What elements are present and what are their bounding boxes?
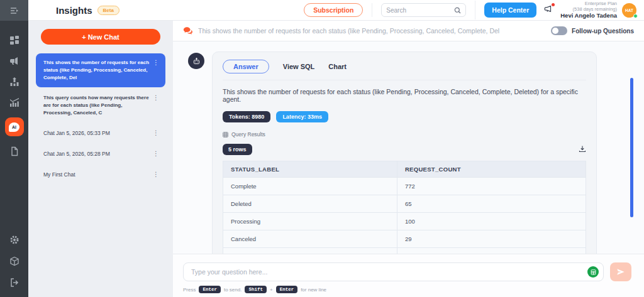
chat-header: This shows the number of requests for ea…	[173, 21, 644, 41]
chat-item-label: Chat Jan 5, 2026, 05:28 PM	[43, 150, 152, 158]
enter-key-badge: Enter	[199, 286, 221, 293]
help-zone: Help Center Enterprise Plan (538 days re…	[475, 1, 636, 20]
table-cell: Complete	[223, 178, 397, 195]
shift-key-badge: Shift	[245, 286, 267, 293]
bar-chart-icon[interactable]	[9, 97, 20, 108]
beta-badge: Beta	[97, 6, 119, 15]
plan-remaining: (538 days remaining)	[560, 6, 617, 12]
avatar[interactable]: HAT	[622, 3, 636, 18]
rows-line: 5 rows	[223, 144, 586, 155]
send-button[interactable]	[610, 262, 631, 281]
results-table-head-row: STATUS_LABELREQUEST_COUNT	[223, 161, 586, 178]
collapse-sidebar-button[interactable]	[0, 0, 28, 21]
megaphone-icon[interactable]	[544, 4, 553, 16]
message-tabs: AnswerView SQLChart	[223, 60, 586, 80]
chat-column: This shows the number of requests for ea…	[173, 21, 644, 297]
scrollbar-thumb[interactable]	[630, 78, 633, 217]
search-box[interactable]	[381, 3, 466, 17]
table-cell: 1072	[397, 248, 586, 254]
table-cell: 100	[397, 213, 586, 230]
chat-item-menu-icon[interactable]: ⋮	[152, 171, 160, 178]
bot-avatar-robot-icon	[188, 53, 204, 69]
documents-icon[interactable]	[9, 146, 20, 157]
search-input[interactable]	[386, 7, 454, 14]
table-row: Canceled29	[223, 230, 586, 248]
row-count-badge: 5 rows	[223, 144, 252, 155]
latency-badge: Latency: 33ms	[276, 111, 328, 122]
chat-bubbles-icon	[183, 26, 193, 35]
avatar-initials: HAT	[625, 8, 633, 13]
table-row: Deleted65	[223, 195, 586, 213]
query-results-label-row: Query Results	[223, 131, 586, 138]
app-window: AI Insights Beta Subscription	[0, 0, 644, 297]
tokens-badge: Tokens: 8980	[223, 111, 270, 122]
ai-chat-icon[interactable]: AI	[5, 117, 24, 136]
chat-list-item[interactable]: Chat Jan 5, 2026, 05:33 PM⋮	[36, 124, 165, 143]
hint-to-send: to send.	[224, 287, 242, 293]
chat-list-item[interactable]: This query counts how many requests ther…	[36, 89, 165, 122]
settings-gear-icon[interactable]	[9, 234, 20, 246]
new-chat-button[interactable]: + New Chat	[41, 29, 160, 45]
table-cell: Pending	[223, 248, 397, 254]
chat-list-panel: + New Chat This shows the number of requ…	[28, 21, 173, 297]
account-info: Enterprise Plan (538 days remaining) Hev…	[560, 1, 617, 20]
chat-list-item[interactable]: Chat Jan 5, 2026, 05:28 PM⋮	[36, 144, 165, 164]
hint-press: Press	[183, 287, 196, 293]
chat-title: This shows the number of requests for ea…	[198, 27, 546, 35]
followup-control: Follow-up Questions	[551, 26, 634, 35]
chat-list-item[interactable]: My First Chat⋮	[36, 165, 165, 185]
chat-item-menu-icon[interactable]: ⋮	[152, 94, 160, 102]
table-row: Processing100	[223, 213, 586, 230]
logout-icon[interactable]	[9, 277, 20, 288]
collapse-sidebar-icon	[9, 5, 20, 16]
cube-icon[interactable]	[9, 256, 20, 267]
column-header: STATUS_LABEL	[223, 161, 397, 178]
question-input-wrap	[183, 262, 604, 281]
metrics-row: Tokens: 8980 Latency: 33ms	[223, 111, 586, 122]
top-header: Insights Beta Subscription Help Center	[28, 0, 644, 21]
hint-new-line: for new line	[301, 287, 326, 293]
composer: Press Enter to send. Shift + Enter for n…	[173, 254, 644, 297]
notification-dot	[552, 3, 555, 6]
chat-item-menu-icon[interactable]: ⋮	[152, 59, 160, 67]
bot-message: AnswerView SQLChart This shows the numbe…	[188, 51, 629, 254]
column-header: REQUEST_COUNT	[397, 161, 586, 178]
announcements-icon[interactable]	[9, 55, 20, 67]
table-row: Complete772	[223, 178, 586, 195]
query-results-label: Query Results	[231, 131, 265, 138]
tab-chart[interactable]: Chart	[328, 60, 347, 73]
chat-list-items: This shows the number of requests for ea…	[36, 53, 165, 185]
dashboard-icon[interactable]	[9, 35, 20, 46]
tab-view-sql[interactable]: View SQL	[283, 60, 315, 73]
table-row: Pending1072	[223, 248, 586, 254]
toggle-knob	[552, 28, 558, 34]
answer-text: This shows the number of requests for ea…	[223, 88, 586, 103]
spreadsheet-icon[interactable]	[587, 266, 599, 278]
help-center-button[interactable]: Help Center	[484, 3, 536, 18]
followup-toggle[interactable]	[551, 26, 567, 35]
table-cell: 29	[397, 230, 586, 248]
chat-item-label: Chat Jan 5, 2026, 05:33 PM	[43, 129, 152, 138]
results-table: STATUS_LABELREQUEST_COUNT Complete772Del…	[223, 161, 586, 254]
icon-sidebar: AI	[0, 0, 28, 297]
chat-item-menu-icon[interactable]: ⋮	[152, 150, 160, 158]
user-name: Hevi Angelo Tadena	[560, 12, 617, 19]
download-icon[interactable]	[579, 144, 586, 155]
hint-plus: +	[270, 287, 273, 293]
answer-card: AnswerView SQLChart This shows the numbe…	[212, 51, 597, 254]
subscription-button[interactable]: Subscription	[304, 3, 363, 17]
chat-item-menu-icon[interactable]: ⋮	[152, 129, 160, 137]
enter-key-badge: Enter	[276, 286, 298, 293]
growth-icon[interactable]	[9, 76, 20, 87]
paper-plane-icon	[616, 267, 625, 276]
search-zone	[372, 3, 466, 17]
messages-area: AnswerView SQLChart This shows the numbe…	[173, 41, 644, 254]
question-input[interactable]	[191, 268, 587, 276]
tab-answer[interactable]: Answer	[223, 60, 269, 73]
table-cell: 65	[397, 195, 586, 213]
online-status-dot	[633, 14, 638, 18]
chat-list-item[interactable]: This shows the number of requests for ea…	[36, 53, 165, 87]
composer-hint: Press Enter to send. Shift + Enter for n…	[183, 286, 631, 293]
chat-item-label: This shows the number of requests for ea…	[43, 59, 152, 82]
followup-label: Follow-up Questions	[572, 28, 634, 35]
